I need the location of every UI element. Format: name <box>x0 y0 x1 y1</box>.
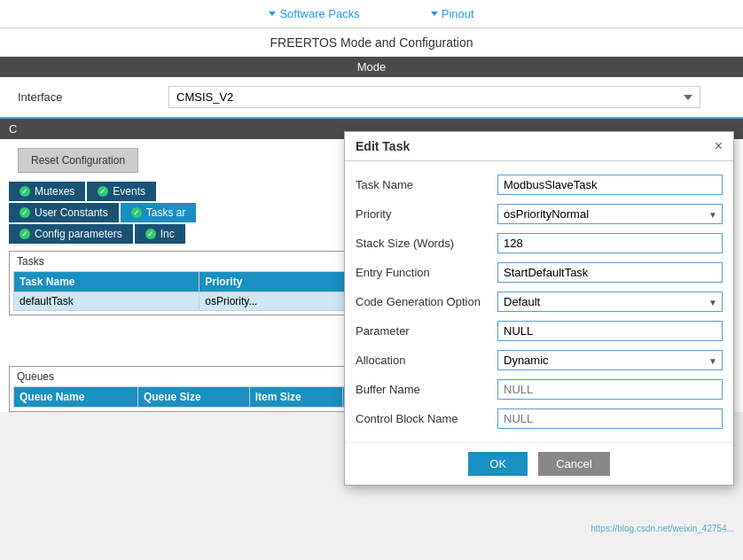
input-parameter[interactable] <box>497 321 723 341</box>
title-bar: FREERTOS Mode and Configuration <box>0 28 743 57</box>
col-item-size: Item Size <box>249 387 342 408</box>
tab-inc[interactable]: ✓ Inc <box>135 224 185 244</box>
form-row-allocation: Allocation Dynamic ▼ <box>345 346 733 375</box>
label-entry-fn: Entry Function <box>356 266 497 279</box>
select-code-gen[interactable]: Default <box>497 292 723 312</box>
input-buffer-name[interactable] <box>497 379 723 400</box>
tab-user-constants-label: User Constants <box>35 206 108 219</box>
check-icon: ✓ <box>20 207 30 218</box>
pinout-label: Pinout <box>442 7 474 20</box>
tab-user-constants[interactable]: ✓ User Constants <box>9 203 119 222</box>
priority-select-wrap: osPriorityNormal ▼ <box>497 204 723 224</box>
software-packs-nav[interactable]: Software Packs <box>269 7 359 20</box>
modal-footer: OK Cancel <box>345 442 733 485</box>
tab-tasks-label: Tasks ar <box>146 206 186 219</box>
tab-events[interactable]: ✓ Events <box>87 182 156 201</box>
form-row-stack-size: Stack Size (Words) <box>345 229 733 258</box>
label-parameter: Parameter <box>356 324 497 338</box>
check-icon: ✓ <box>20 186 30 197</box>
label-allocation: Allocation <box>356 354 497 367</box>
chevron-down-icon <box>269 12 276 16</box>
reset-config-button[interactable]: Reset Configuration <box>18 148 138 173</box>
tab-tasks[interactable]: ✓ Tasks ar <box>121 203 197 222</box>
pinout-nav[interactable]: Pinout <box>431 7 474 20</box>
tab-events-label: Events <box>113 185 145 198</box>
input-stack-size[interactable] <box>497 233 723 253</box>
interface-label: Interface <box>18 90 160 104</box>
input-task-name[interactable] <box>497 175 723 195</box>
form-row-entry-fn: Entry Function <box>345 258 733 287</box>
select-allocation[interactable]: Dynamic <box>497 350 723 370</box>
input-control-block[interactable] <box>497 408 723 429</box>
tab-mutexes-label: Mutexes <box>35 185 74 198</box>
allocation-select-wrap: Dynamic ▼ <box>497 350 723 370</box>
check-icon: ✓ <box>131 207 142 218</box>
mode-label: Mode <box>357 60 387 74</box>
chevron-down-icon <box>431 12 438 16</box>
label-buffer-name: Buffer Name <box>356 383 497 396</box>
modal-title: Edit Task <box>356 139 410 153</box>
col-task-name: Task Name <box>14 272 199 292</box>
modal-body: Task Name Priority osPriorityNormal ▼ St… <box>345 161 733 442</box>
label-code-gen: Code Generation Option <box>356 295 497 308</box>
label-control-block: Control Block Name <box>356 412 497 425</box>
edit-task-modal: Edit Task × Task Name Priority osPriorit… <box>344 131 734 486</box>
modal-header: Edit Task × <box>345 132 733 161</box>
form-row-task-name: Task Name <box>345 170 733 199</box>
code-gen-select-wrap: Default ▼ <box>497 292 723 312</box>
main-title: FREERTOS Mode and Configuration <box>270 35 473 50</box>
interface-select[interactable]: CMSIS_V2 <box>168 86 700 108</box>
form-row-code-gen: Code Generation Option Default ▼ <box>345 287 733 316</box>
modal-close-button[interactable]: × <box>715 139 723 153</box>
check-icon: ✓ <box>98 186 108 197</box>
top-nav: Software Packs Pinout <box>0 0 743 28</box>
form-row-control-block: Control Block Name <box>345 404 733 433</box>
label-priority: Priority <box>356 207 497 221</box>
tab-inc-label: Inc <box>160 228 175 240</box>
label-task-name: Task Name <box>356 178 497 191</box>
config-header-label: C <box>9 122 17 136</box>
mode-bar: Mode <box>0 57 743 77</box>
form-row-parameter: Parameter <box>345 316 733 346</box>
col-queue-name: Queue Name <box>14 387 138 408</box>
col-queue-size: Queue Size <box>137 387 249 408</box>
tab-config-params[interactable]: ✓ Config parameters <box>9 224 133 244</box>
form-row-priority: Priority osPriorityNormal ▼ <box>345 199 733 229</box>
cell-task-name: defaultTask <box>14 292 199 311</box>
cancel-button[interactable]: Cancel <box>538 452 609 476</box>
tab-config-params-label: Config parameters <box>35 228 122 240</box>
watermark: https://blog.csdn.net/weixin_42754... <box>590 524 734 533</box>
select-priority[interactable]: osPriorityNormal <box>497 204 723 224</box>
software-packs-label: Software Packs <box>279 7 359 20</box>
interface-row: Interface CMSIS_V2 <box>0 77 743 117</box>
check-icon: ✓ <box>20 229 30 239</box>
form-row-buffer-name: Buffer Name <box>345 375 733 404</box>
label-stack-size: Stack Size (Words) <box>356 237 497 250</box>
ok-button[interactable]: OK <box>468 452 528 476</box>
input-entry-fn[interactable] <box>497 262 723 283</box>
tab-mutexes[interactable]: ✓ Mutexes <box>9 182 85 201</box>
check-icon: ✓ <box>145 229 156 239</box>
